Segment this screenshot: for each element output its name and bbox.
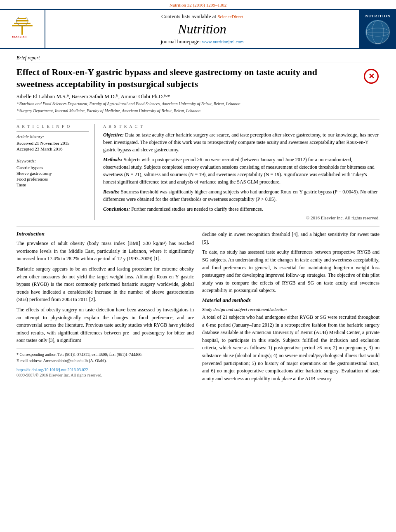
intro-para-3: The effects of obesity surgery on taste … <box>16 306 194 344</box>
authors-text: Sibelle El Labban M.S.ᵃ, Bassem Safadi M… <box>16 93 170 99</box>
study-design-heading: Study design and subject recruitment/sel… <box>202 307 380 312</box>
nutrition-globe-icon <box>365 20 390 45</box>
abstract-conclusions: Conclusions: Further randomized studies … <box>103 205 380 213</box>
methods-text: Subjects with a postoperative period ≥6 … <box>103 157 375 185</box>
journal-info-text: Nutrition 32 (2016) 1299–1302 <box>170 2 226 7</box>
right-para-2: To date, no study has assessed taste acu… <box>202 248 380 294</box>
contents-line: Contents lists available at ScienceDirec… <box>161 13 243 20</box>
svg-rect-3 <box>18 18 26 19</box>
introduction-heading: Introduction <box>16 231 194 237</box>
material-methods-heading: Material and methods <box>202 297 380 304</box>
corresponding-author: * Corresponding author. Tel: (961)1-3743… <box>16 351 194 358</box>
svg-rect-2 <box>16 20 28 21</box>
svg-rect-4 <box>21 26 23 35</box>
affiliation2: ᵇ Surgery Department, Internal Medicine,… <box>16 108 380 114</box>
right-para-3: A total of 21 subjects who had undergone… <box>202 313 380 382</box>
article-info-column: A R T I C L E I N F O Article history: R… <box>16 124 95 220</box>
abstract-methods: Methods: Subjects with a postoperative p… <box>103 156 380 186</box>
objective-text: Data on taste acuity after bariatric sur… <box>103 132 379 153</box>
issn-line: 0899-9007/© 2016 Elsevier Inc. All right… <box>16 373 194 377</box>
results-label: Results: <box>103 189 120 195</box>
intro-para-1: The prevalence of adult obesity (body ma… <box>16 240 194 263</box>
nutrition-logo-box: NUTRITION <box>359 10 396 48</box>
elsevier-logo: ELSEVIER <box>0 10 45 48</box>
keywords-label: Keywords: <box>16 158 89 163</box>
article-info-label: A R T I C L E I N F O <box>16 124 89 129</box>
svg-text:ELSEVIER: ELSEVIER <box>12 35 27 38</box>
body-section: Introduction The prevalence of adult obe… <box>16 226 380 385</box>
brief-report-label: Brief report <box>16 55 380 63</box>
keyword-3: Food preferences <box>16 177 89 181</box>
authors-line: Sibelle El Labban M.S.ᵃ, Bassem Safadi M… <box>16 93 380 100</box>
science-direct-link[interactable]: ScienceDirect <box>217 14 243 19</box>
article-history-label: Article history: <box>16 134 89 139</box>
elsevier-tree-icon: ELSEVIER <box>10 17 35 42</box>
keyword-4: Taste <box>16 182 89 187</box>
abstract-objective: Objective: Data on taste acuity after ba… <box>103 131 380 153</box>
journal-info-bar: Nutrition 32 (2016) 1299–1302 <box>0 0 396 9</box>
doi-link[interactable]: http://dx.doi.org/10.1016/j.nut.2016.03.… <box>16 367 88 372</box>
email-address: E-mail address: Ammar.olabin@aub.edu.lb … <box>16 358 194 364</box>
crossmark-icon: ✕ <box>364 69 379 84</box>
results-text: Sourness threshold was significantly hig… <box>103 189 378 202</box>
received-date: Received 21 November 2015 <box>16 141 89 146</box>
affiliation1: ᵃ Nutrition and Food Sciences Department… <box>16 101 380 107</box>
abstract-results: Results: Sourness threshold was signific… <box>103 188 380 203</box>
divider-2 <box>16 154 89 154</box>
abstract-label: A B S T R A C T <box>103 124 380 129</box>
nutrition-logo-text: NUTRITION <box>365 14 390 18</box>
journal-header: ELSEVIER Contents lists available at Sci… <box>0 9 396 49</box>
methods-label: Methods: <box>103 157 123 162</box>
abstract-column: A B S T R A C T Objective: Data on taste… <box>103 124 380 220</box>
copyright-line: © 2016 Elsevier Inc. All rights reserved… <box>103 215 380 220</box>
title-row: Effect of Roux-en-Y gastric bypass and s… <box>16 66 380 90</box>
divider-1 <box>16 131 89 132</box>
intro-para-2: Bariatric surgery appears to be an effec… <box>16 265 194 304</box>
body-right-col: decline only in sweet recognition thresh… <box>202 231 380 385</box>
journal-header-center: Contents lists available at ScienceDirec… <box>45 10 359 48</box>
svg-rect-1 <box>14 23 31 24</box>
crossmark-badge: ✕ <box>363 68 380 85</box>
article-info-abstract-section: A R T I C L E I N F O Article history: R… <box>16 120 380 220</box>
journal-title: Nutrition <box>178 21 226 37</box>
accepted-date: Accepted 23 March 2016 <box>16 146 89 151</box>
main-content: Brief report Effect of Roux-en-Y gastric… <box>0 49 396 391</box>
homepage-line: journal homepage: www.nutritionjrnl.com <box>160 38 243 45</box>
right-para-1: decline only in sweet recognition thresh… <box>202 231 380 246</box>
keyword-2: Sleeve gastrectomy <box>16 171 89 176</box>
footnote-section: * Corresponding author. Tel: (961)1-3743… <box>16 348 194 377</box>
article-title: Effect of Roux-en-Y gastric bypass and s… <box>16 66 356 90</box>
objective-label: Objective: <box>103 132 124 138</box>
keyword-1: Gastric bypass <box>16 165 89 170</box>
conclusions-text: Further randomized studies are needed to… <box>131 206 263 212</box>
homepage-link[interactable]: www.nutritionjrnl.com <box>202 39 244 44</box>
body-two-col: Introduction The prevalence of adult obe… <box>16 231 380 385</box>
conclusions-label: Conclusions: <box>103 206 130 212</box>
body-left-col: Introduction The prevalence of adult obe… <box>16 231 194 385</box>
